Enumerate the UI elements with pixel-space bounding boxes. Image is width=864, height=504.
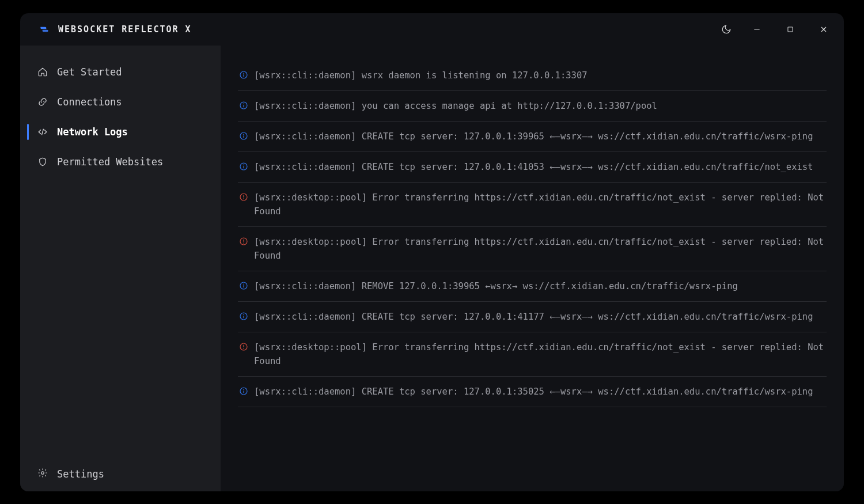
info-icon xyxy=(239,162,248,171)
minimize-icon xyxy=(752,25,761,34)
log-line: [wsrx::cli::daemon] REMOVE 127.0.0.1:399… xyxy=(238,271,827,302)
log-text: [wsrx::cli::daemon] CREATE tcp server: 1… xyxy=(254,160,827,174)
close-icon xyxy=(819,25,828,34)
svg-point-22 xyxy=(243,242,244,244)
sidebar: Get Started Connections Network Logs Per… xyxy=(20,46,221,491)
sidebar-settings[interactable]: Settings xyxy=(20,457,221,491)
body: Get Started Connections Network Logs Per… xyxy=(20,46,844,491)
minimize-button[interactable] xyxy=(742,19,771,40)
error-icon xyxy=(239,237,248,246)
titlebar: WEBSOCKET REFLECTOR X xyxy=(20,13,844,46)
svg-point-24 xyxy=(243,283,244,285)
log-text: [wsrx::desktop::pool] Error transferring… xyxy=(254,235,827,263)
maximize-button[interactable] xyxy=(776,19,805,40)
sidebar-item-get-started[interactable]: Get Started xyxy=(20,57,221,87)
sidebar-item-label: Permitted Websites xyxy=(57,156,163,168)
sidebar-item-network-logs[interactable]: Network Logs xyxy=(20,117,221,147)
log-text: [wsrx::cli::daemon] CREATE tcp server: 1… xyxy=(254,130,827,143)
sidebar-item-label: Connections xyxy=(57,96,122,108)
brand: WEBSOCKET REFLECTOR X xyxy=(26,24,192,35)
error-icon xyxy=(239,342,248,351)
svg-point-6 xyxy=(243,73,244,74)
svg-point-15 xyxy=(243,164,244,165)
log-line: [wsrx::cli::daemon] you can access manag… xyxy=(238,91,827,122)
sidebar-item-label: Get Started xyxy=(57,66,122,78)
window-controls xyxy=(715,19,838,40)
log-text: [wsrx::cli::daemon] CREATE tcp server: 1… xyxy=(254,310,827,324)
log-line: [wsrx::cli::daemon] CREATE tcp server: 1… xyxy=(238,377,827,407)
log-panel: [wsrx::cli::daemon] wsrx daemon is liste… xyxy=(221,46,844,491)
info-icon xyxy=(239,101,248,110)
log-line: [wsrx::desktop::pool] Error transferring… xyxy=(238,227,827,271)
info-icon xyxy=(239,131,248,141)
info-icon xyxy=(239,281,248,290)
log-line: [wsrx::desktop::pool] Error transferring… xyxy=(238,332,827,377)
svg-point-19 xyxy=(243,198,244,199)
svg-point-9 xyxy=(243,103,244,104)
svg-point-33 xyxy=(243,389,244,390)
log-line: [wsrx::cli::daemon] wsrx daemon is liste… xyxy=(238,60,827,91)
theme-toggle-button[interactable] xyxy=(715,19,738,40)
sidebar-item-connections[interactable]: Connections xyxy=(20,87,221,117)
svg-point-27 xyxy=(243,314,244,315)
code-icon xyxy=(37,127,48,137)
maximize-icon xyxy=(786,25,794,33)
svg-point-4 xyxy=(41,471,44,474)
log-text: [wsrx::cli::daemon] wsrx daemon is liste… xyxy=(254,69,827,82)
log-text: [wsrx::desktop::pool] Error transferring… xyxy=(254,191,827,218)
moon-icon xyxy=(721,24,732,35)
link-icon xyxy=(37,97,48,107)
svg-point-31 xyxy=(243,348,244,349)
sidebar-item-label: Network Logs xyxy=(57,126,128,138)
log-line: [wsrx::cli::daemon] CREATE tcp server: 1… xyxy=(238,302,827,332)
settings-label: Settings xyxy=(57,468,104,480)
app-logo-icon xyxy=(39,24,50,35)
sidebar-item-permitted-websites[interactable]: Permitted Websites xyxy=(20,147,221,177)
shield-icon xyxy=(37,157,48,167)
app-window: WEBSOCKET REFLECTOR X Get Started xyxy=(20,13,844,491)
log-line: [wsrx::cli::daemon] CREATE tcp server: 1… xyxy=(238,152,827,183)
close-button[interactable] xyxy=(809,19,838,40)
home-icon xyxy=(37,67,48,77)
error-icon xyxy=(239,192,248,202)
log-line: [wsrx::cli::daemon] CREATE tcp server: 1… xyxy=(238,122,827,152)
log-text: [wsrx::cli::daemon] you can access manag… xyxy=(254,99,827,113)
log-text: [wsrx::cli::daemon] REMOVE 127.0.0.1:399… xyxy=(254,279,827,293)
info-icon xyxy=(239,312,248,321)
svg-point-12 xyxy=(243,134,244,135)
log-text: [wsrx::desktop::pool] Error transferring… xyxy=(254,340,827,368)
info-icon xyxy=(239,386,248,396)
svg-rect-1 xyxy=(788,26,793,31)
info-icon xyxy=(239,70,248,79)
log-text: [wsrx::cli::daemon] CREATE tcp server: 1… xyxy=(254,385,827,399)
gear-icon xyxy=(37,468,48,480)
log-line: [wsrx::desktop::pool] Error transferring… xyxy=(238,183,827,227)
app-title: WEBSOCKET REFLECTOR X xyxy=(58,24,192,35)
